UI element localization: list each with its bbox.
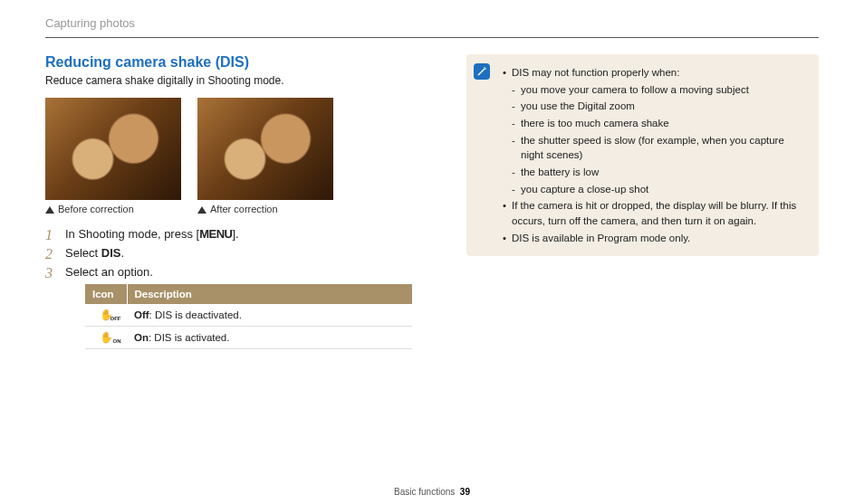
breadcrumb: Capturing photos <box>45 16 819 38</box>
dis-off-icon: ✋OFF <box>100 309 113 320</box>
section-title: Reducing camera shake (DIS) <box>45 54 412 71</box>
note-subitem: the battery is low <box>512 165 808 180</box>
table-row: ✋OFF Off: DIS is deactivated. <box>85 304 412 327</box>
note-subitem: you use the Digital zoom <box>512 99 808 114</box>
note-subitem: the shutter speed is slow (for example, … <box>512 133 808 163</box>
before-image <box>45 98 181 200</box>
table-row: ✋ON On: DIS is activated. <box>85 327 412 349</box>
note-item: DIS is available in Program mode only. <box>503 231 808 246</box>
intro-text: Reduce camera shake digitally in Shootin… <box>45 74 412 87</box>
note-item: If the camera is hit or dropped, the dis… <box>503 198 808 228</box>
triangle-up-icon <box>197 206 206 214</box>
note-icon <box>474 63 490 80</box>
step-3: Select an option. Icon Description ✋OF <box>45 265 412 349</box>
note-item: DIS may not function properly when: you … <box>503 65 808 196</box>
step-1: In Shooting mode, press [MENU]. <box>45 227 412 241</box>
comparison-images: Before correction After correction <box>45 98 412 214</box>
page-footer: Basic functions 39 <box>0 487 864 497</box>
triangle-up-icon <box>45 206 54 214</box>
options-table: Icon Description ✋OFF Off: DIS is deacti… <box>85 284 412 349</box>
note-box: DIS may not function properly when: you … <box>466 54 819 256</box>
after-image <box>197 98 333 200</box>
steps-list: In Shooting mode, press [MENU]. Select D… <box>45 227 412 349</box>
col-description: Description <box>127 284 412 304</box>
menu-button-label: MENU <box>199 227 232 241</box>
note-subitem: there is too much camera shake <box>512 116 808 131</box>
after-caption: After correction <box>197 204 333 214</box>
note-subitem: you move your camera to follow a moving … <box>512 82 808 98</box>
before-caption: Before correction <box>45 204 181 214</box>
dis-on-icon: ✋ON <box>100 332 113 343</box>
col-icon: Icon <box>85 284 127 304</box>
step-2: Select DIS. <box>45 246 412 260</box>
note-subitem: you capture a close-up shot <box>512 182 808 197</box>
